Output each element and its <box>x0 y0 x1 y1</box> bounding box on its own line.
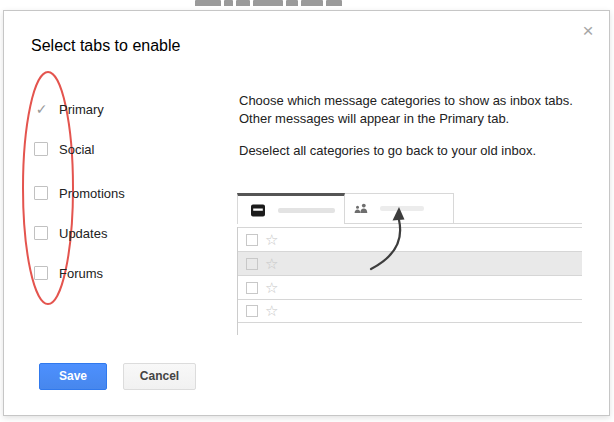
star-icon: ☆ <box>265 233 278 247</box>
preview-list-tail <box>238 323 582 335</box>
tab-label-placeholder <box>278 208 335 213</box>
inbox-tray-icon <box>250 204 266 217</box>
mini-checkbox-icon <box>246 258 258 270</box>
dialog-title: Select tabs to enable <box>31 37 180 55</box>
category-label-updates: Updates <box>59 226 107 241</box>
mini-checkbox-icon <box>246 305 258 317</box>
inbox-preview: ☆ ☆ ☆ ☆ <box>237 193 582 335</box>
star-icon: ☆ <box>265 281 278 295</box>
category-row-updates[interactable]: Updates <box>34 225 107 241</box>
checkmark-icon: ✓ <box>34 102 49 116</box>
close-icon[interactable]: × <box>578 21 598 41</box>
checkbox-forums[interactable] <box>34 266 48 280</box>
select-tabs-dialog: × Select tabs to enable ✓ Primary Social… <box>3 10 610 416</box>
preview-mail-row: ☆ <box>238 227 582 251</box>
cancel-button[interactable]: Cancel <box>123 363 196 390</box>
tab-label-placeholder <box>380 206 424 211</box>
category-label-forums: Forums <box>59 266 103 281</box>
preview-tab-social <box>345 193 454 224</box>
star-icon: ☆ <box>265 304 278 318</box>
preview-mail-list: ☆ ☆ ☆ ☆ <box>237 227 582 335</box>
description-paragraph-2: Deselect all categories to go back to yo… <box>239 142 594 160</box>
category-row-promotions[interactable]: Promotions <box>34 185 125 201</box>
preview-mail-row: ☆ <box>238 275 582 299</box>
mini-checkbox-icon <box>246 234 258 246</box>
description-text: Choose which message categories to show … <box>239 92 594 160</box>
tab-strip-filler <box>454 193 582 224</box>
mini-checkbox-icon <box>246 282 258 294</box>
category-label-promotions: Promotions <box>59 186 125 201</box>
description-paragraph-1: Choose which message categories to show … <box>239 92 594 128</box>
category-row-forums[interactable]: Forums <box>34 265 103 281</box>
category-row-primary: ✓ Primary <box>34 101 104 117</box>
preview-tab-strip <box>237 193 582 224</box>
preview-mail-row-selected: ☆ <box>238 251 582 275</box>
preview-mail-row: ☆ <box>238 299 582 323</box>
save-button[interactable]: Save <box>39 363 107 390</box>
checkbox-social[interactable] <box>34 142 48 156</box>
category-label-primary: Primary <box>59 102 104 117</box>
category-label-social: Social <box>59 142 94 157</box>
preview-tab-primary <box>237 193 345 224</box>
star-icon: ☆ <box>265 257 278 271</box>
checkbox-promotions[interactable] <box>34 186 48 200</box>
clipped-background-text <box>195 0 370 6</box>
category-row-social[interactable]: Social <box>34 141 94 157</box>
people-icon <box>353 203 370 214</box>
checkbox-updates[interactable] <box>34 226 48 240</box>
